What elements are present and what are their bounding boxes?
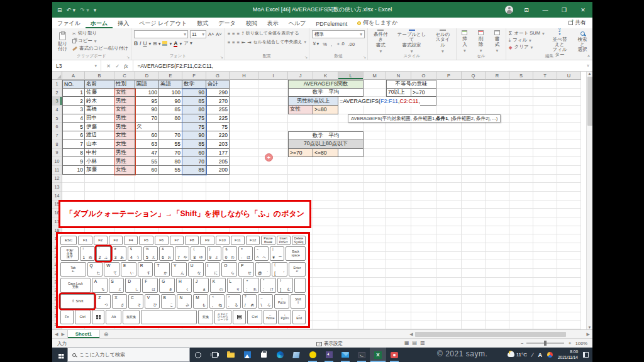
align-center-icon[interactable]: ≡ <box>232 40 235 45</box>
grid-cell-G29[interactable] <box>206 321 230 329</box>
grid-cell-T4[interactable] <box>533 106 557 114</box>
grid-cell-C11[interactable]: 女性 <box>114 166 135 175</box>
grid-cell-K19[interactable] <box>313 234 338 243</box>
grid-cell-E16[interactable] <box>159 209 182 217</box>
grid-cell-B17[interactable] <box>85 217 114 226</box>
grid-cell-D16[interactable] <box>135 209 159 217</box>
tab-データ[interactable]: データ <box>213 18 240 28</box>
grid-cell-D11[interactable]: 60 <box>135 166 159 175</box>
grid-cell-P13[interactable] <box>436 183 462 192</box>
grid-cell-H22[interactable] <box>230 260 259 269</box>
grid-cell-H5[interactable] <box>230 114 259 123</box>
grid-cell-U21[interactable] <box>557 252 581 261</box>
grid-cell-D5[interactable]: 70 <box>135 114 159 123</box>
grid-cell-B10[interactable]: 小林 <box>85 157 114 166</box>
grid-cell-R18[interactable] <box>486 226 509 235</box>
grid-cell-H21[interactable] <box>230 252 259 261</box>
grid-cell-B24[interactable] <box>85 278 114 287</box>
grid-cell-Q25[interactable] <box>462 287 486 295</box>
grid-cell-T8[interactable] <box>533 140 557 149</box>
column-header-C[interactable]: C <box>114 72 135 80</box>
grid-cell-N13[interactable] <box>386 183 411 192</box>
grid-cell-N14[interactable] <box>386 192 411 200</box>
grid-cell-E9[interactable]: 70 <box>159 149 182 158</box>
name-box[interactable]: L3▾ <box>52 60 101 71</box>
grid-cell-M1[interactable] <box>364 80 386 89</box>
hscroll-left-icon[interactable]: ◀ <box>409 332 413 337</box>
grid-cell-I19[interactable] <box>259 234 288 243</box>
grid-cell-U8[interactable] <box>557 140 581 149</box>
column-header-E[interactable]: E <box>159 72 182 80</box>
zoom-slider[interactable] <box>526 343 564 344</box>
confirm-entry-icon[interactable]: ✓ <box>115 63 119 69</box>
grid-cell-N16[interactable] <box>386 209 411 217</box>
grid-cell-B20[interactable] <box>85 243 114 252</box>
grid-cell-G21[interactable] <box>206 252 230 261</box>
grid-cell-F26[interactable] <box>182 295 206 304</box>
format-cells-button[interactable]: 書式▾ <box>491 30 503 53</box>
grid-cell-L26[interactable] <box>338 295 364 304</box>
grid-cell-M24[interactable] <box>364 278 386 287</box>
grid-cell-J27[interactable] <box>288 304 313 312</box>
grid-cell-L20[interactable] <box>338 243 364 252</box>
grid-cell-T15[interactable] <box>533 200 557 209</box>
grid-cell-S26[interactable] <box>509 295 533 304</box>
phonetic-guide-button[interactable]: ア ▾ <box>184 40 192 47</box>
grid-cell-H4[interactable] <box>230 106 259 114</box>
grid-cell-K17[interactable] <box>313 217 338 226</box>
share-button[interactable]: 共有 <box>562 18 592 28</box>
grid-cell-C7[interactable]: 女性 <box>114 131 135 140</box>
grid-cell-L18[interactable] <box>338 226 364 235</box>
grid-cell-S12[interactable] <box>509 175 533 184</box>
increase-indent-icon[interactable]: ⇥ <box>247 40 251 45</box>
grid-cell-Q20[interactable] <box>462 243 486 252</box>
grid-cell-K16[interactable] <box>313 209 338 217</box>
shrink-font-icon[interactable]: A˅ <box>216 31 221 37</box>
grid-cell-F19[interactable] <box>182 234 206 243</box>
grid-cell-O22[interactable] <box>411 260 436 269</box>
grid-cell-K26[interactable] <box>313 295 338 304</box>
grid-cell-A20[interactable] <box>62 243 85 252</box>
tab-数式[interactable]: 数式 <box>192 18 213 28</box>
grid-cell-A15[interactable] <box>62 200 85 209</box>
grid-cell-B7[interactable]: 渡辺 <box>85 131 114 140</box>
grid-cell-K21[interactable] <box>313 252 338 261</box>
grid-cell-A6[interactable]: 5 <box>62 123 85 131</box>
grid-cell-J14[interactable] <box>288 192 313 200</box>
align-left-icon[interactable]: ≡ <box>228 40 230 45</box>
grid-cell-A3[interactable]: 2 <box>62 97 85 106</box>
tab-挿入[interactable]: 挿入 <box>113 18 134 28</box>
grid-cell-N29[interactable] <box>386 321 411 329</box>
grid-cell-P26[interactable] <box>436 295 462 304</box>
grid-cell-P17[interactable] <box>436 217 462 226</box>
grid-cell-I6[interactable] <box>259 123 288 131</box>
grid-cell-K28[interactable] <box>313 312 338 321</box>
grid-cell-F10[interactable]: 70 <box>182 157 206 166</box>
grid-cell-G7[interactable]: 220 <box>206 131 230 140</box>
grid-cell-N22[interactable] <box>386 260 411 269</box>
grid-cell-L21[interactable] <box>338 252 364 261</box>
grid-cell-S2[interactable] <box>509 89 533 97</box>
grid-cell-C9[interactable]: 男性 <box>114 149 135 158</box>
scroll-down-icon[interactable]: ▼ <box>588 326 592 329</box>
grid-cell-D29[interactable] <box>135 321 159 329</box>
grid-cell-A25[interactable] <box>62 287 85 295</box>
grid-cell-B27[interactable] <box>85 304 114 312</box>
grid-cell-G13[interactable] <box>206 183 230 192</box>
grid-cell-Q19[interactable] <box>462 234 486 243</box>
grid-cell-I4[interactable] <box>259 106 288 114</box>
number-dialog-launcher-icon[interactable]: ↘ <box>363 55 366 59</box>
grid-cell-O11[interactable] <box>411 166 436 175</box>
grid-cell-I7[interactable] <box>259 131 288 140</box>
taskbar-search-input[interactable]: ここに入力して検索 <box>67 348 190 362</box>
zoom-slider-thumb[interactable] <box>544 341 547 346</box>
grid-cell-H9[interactable] <box>230 149 259 158</box>
grid-cell-F6[interactable]: 75 <box>182 123 206 131</box>
grid-cell-T7[interactable] <box>533 131 557 140</box>
grid-cell-K20[interactable] <box>313 243 338 252</box>
grid-cell-O2[interactable]: >=70 <box>411 89 436 97</box>
normal-view-icon[interactable]: ▦ <box>404 340 409 346</box>
grid-cell-F11[interactable]: 85 <box>182 166 206 175</box>
grid-cell-S6[interactable] <box>509 123 533 131</box>
grid-cell-C5[interactable]: 男性 <box>114 114 135 123</box>
